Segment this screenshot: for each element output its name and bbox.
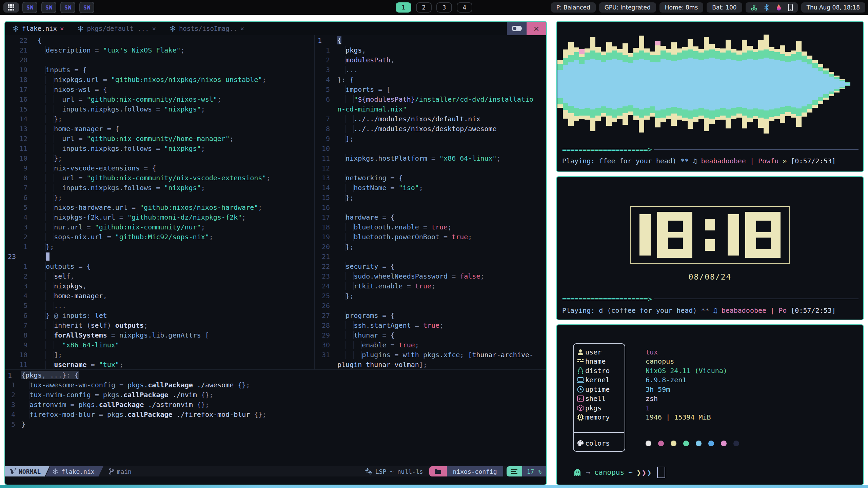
code-text: username = "tux"; xyxy=(38,361,123,369)
workspace-button[interactable]: $W xyxy=(41,2,56,13)
workspace-button[interactable]: $W xyxy=(60,2,75,13)
line-number: 28 xyxy=(315,321,330,329)
code-text: url = "github:nix-community/nix-vscode-e… xyxy=(38,174,270,182)
line-number: 1 xyxy=(5,381,15,389)
code-text: nixos-wsl = { xyxy=(38,85,107,94)
terminal-window[interactable]: usertuxhnamecanopusdistroNixOS 24.11 (Vi… xyxy=(556,324,864,485)
code-line: 27 programs = { xyxy=(315,310,546,320)
tag-1[interactable]: 1 xyxy=(396,2,411,13)
line-number: 3 xyxy=(315,66,330,74)
viz-column xyxy=(731,49,736,119)
code-text: networking = { xyxy=(337,174,403,182)
buffer-pkgs-default[interactable]: 1{pkgs, ...}: {1 tux-awesome-wm-config =… xyxy=(5,369,546,430)
window-toggle-button[interactable] xyxy=(507,22,527,35)
code-line: 22 security = { xyxy=(315,261,546,271)
shell-prompt[interactable]: → canopus ~ ❯❯❯ xyxy=(573,467,665,478)
code-line: 20 xyxy=(5,55,314,65)
tab-close-icon[interactable]: × xyxy=(240,25,244,32)
code-line: 3 astronvim = pkgs.callPackage ./astronv… xyxy=(5,400,546,409)
fetch-row: usertux xyxy=(577,347,727,357)
playing-segment: beabadoobee | Po xyxy=(722,306,787,314)
workspace-button[interactable]: $W xyxy=(79,2,94,13)
editor-cursor xyxy=(46,252,50,261)
buffer-flake-nix[interactable]: 22{21 description = "tux's NixOS Flake";… xyxy=(5,35,315,369)
code-text: }: { xyxy=(337,76,354,84)
phone-icon[interactable] xyxy=(788,4,793,11)
code-line: n-cd-minimal.nix" xyxy=(315,104,546,114)
code-text: nix-vscode-extensions = { xyxy=(38,164,156,172)
clock-digit-1 xyxy=(728,214,739,256)
bluetooth-icon[interactable] xyxy=(763,4,770,11)
tab-hosts-isoImag-[interactable]: hosts/isoImag..× xyxy=(162,22,250,35)
line-number: 1 xyxy=(5,371,21,379)
code-text: pkgs, xyxy=(337,46,366,54)
viz-column xyxy=(802,52,807,117)
workspace-button[interactable]: $W xyxy=(22,2,37,13)
line-number: 17 xyxy=(315,213,330,221)
fetch-value: zsh xyxy=(646,394,658,403)
color-dot xyxy=(671,441,676,446)
date-text: 08/08/24 xyxy=(557,272,863,281)
code-text: bluetooth.enable = true; xyxy=(337,223,452,231)
code-line: 23 xyxy=(5,251,314,261)
viz-column xyxy=(639,36,644,133)
code-line: 1 }; xyxy=(5,242,314,251)
line-number: 1 xyxy=(315,36,337,44)
tab-close-icon[interactable]: × xyxy=(60,25,64,32)
code-line: 20 }; xyxy=(315,242,546,251)
code-text: firefox-mod-blur = pkgs.callPackage ./fi… xyxy=(21,410,267,419)
viz-column xyxy=(747,46,753,122)
tab-label: pkgs/default ... xyxy=(87,25,149,32)
line-number: 21 xyxy=(315,252,330,261)
tab-close-icon[interactable]: × xyxy=(152,25,156,32)
tag-4[interactable]: 4 xyxy=(457,2,472,13)
buffer-iso-image[interactable]: 1{1 pkgs,2 modulesPath,3 ...4}: {5 impor… xyxy=(315,35,546,369)
line-number: 19 xyxy=(5,66,27,74)
code-text: ... xyxy=(38,302,66,310)
code-text: nur.url = "github:nix-community/nur"; xyxy=(38,223,205,231)
code-line: 23 sudo.wheelNeedsPassword = false; xyxy=(315,271,546,281)
viz-column xyxy=(774,49,780,119)
viz-column xyxy=(688,39,693,129)
code-line: 1 tux-awesome-wm-config = pkgs.callPacka… xyxy=(5,380,546,390)
viz-column xyxy=(791,50,796,118)
viz-column xyxy=(623,43,628,125)
code-line: 1{ xyxy=(315,35,546,45)
tag-2[interactable]: 2 xyxy=(416,2,432,13)
tabs: flake.nix×pkgs/default ...×hosts/isoImag… xyxy=(5,22,250,35)
tab-pkgs-default-[interactable]: pkgs/default ...× xyxy=(70,22,162,35)
toggle-icon xyxy=(512,26,522,31)
code-line: 3 nixpkgs, xyxy=(5,281,314,291)
layout-grid-button[interactable] xyxy=(3,2,19,13)
editor-window: flake.nix×pkgs/default ...×hosts/isoImag… xyxy=(4,21,547,485)
command-line[interactable] xyxy=(5,476,546,485)
line-number: 9 xyxy=(5,164,27,172)
code-line: 21 description = "tux's NixOS Flake"; xyxy=(5,45,314,55)
color-dots xyxy=(646,441,739,446)
code-text: bluetooth.powerOnBoot = true; xyxy=(337,233,472,241)
code-text: home-manager = { xyxy=(38,125,119,133)
code-text: hostName = "iso"; xyxy=(337,184,423,192)
line-number: 8 xyxy=(5,331,27,339)
fire-icon[interactable] xyxy=(775,4,782,11)
code-text: }; xyxy=(337,243,354,251)
window-close-button[interactable]: × xyxy=(527,22,546,35)
tag-3[interactable]: 3 xyxy=(436,2,452,13)
code-text xyxy=(38,252,50,261)
tab-flake-nix[interactable]: flake.nix× xyxy=(5,22,70,35)
prompt-host: canopus xyxy=(594,468,625,476)
code-text: }; xyxy=(337,292,354,300)
viz-column xyxy=(568,42,574,126)
code-line: 18 nixpkgs.url = "github:nixos/nixpkgs/n… xyxy=(5,75,314,84)
status-pill: Bat: 100 xyxy=(707,2,742,13)
code-text: }; xyxy=(38,194,62,202)
code-line: plugin thunar-volman]; xyxy=(315,360,546,369)
code-line: 1 pkgs, xyxy=(315,45,546,55)
fetch-value: 6.9.8-zen1 xyxy=(646,376,686,384)
top-bar: $W$W$W$W 1234 P: BalancedGPU: Integrated… xyxy=(0,0,868,15)
line-number: 10 xyxy=(5,154,27,162)
fetch-colors-row: colors xyxy=(577,438,739,448)
screenshot-icon[interactable] xyxy=(750,4,758,11)
code-text: ssh.startAgent = true; xyxy=(337,321,443,329)
code-text: url = "github:nix-community/home-manager… xyxy=(38,135,234,143)
